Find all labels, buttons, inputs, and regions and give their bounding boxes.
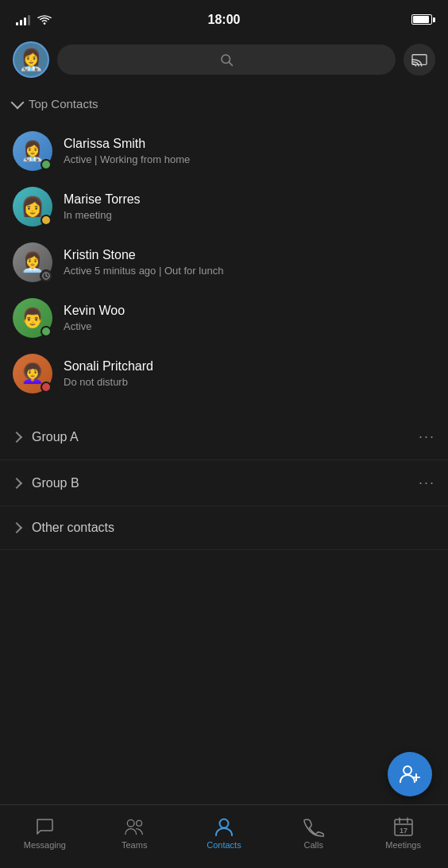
- contact-info: Clarissa Smith Active | Working from hom…: [64, 137, 435, 165]
- search-icon: [219, 52, 234, 67]
- contact-name: Sonali Pritchard: [64, 359, 435, 374]
- contact-name: Clarissa Smith: [64, 137, 435, 151]
- contact-item[interactable]: 👩‍🦱 Sonali Pritchard Do not disturb: [0, 346, 448, 401]
- contact-status: Active 5 minitus ago | Out for lunch: [64, 265, 435, 277]
- group-b-item[interactable]: Group B ···: [0, 460, 448, 506]
- contact-item[interactable]: 👩‍💼 Kristin Stone Active 5 minitus ago |…: [0, 234, 448, 290]
- contact-name: Kristin Stone: [64, 248, 435, 262]
- contact-list: 👩‍⚕️ Clarissa Smith Active | Working fro…: [0, 117, 448, 408]
- status-indicator-active: [41, 326, 52, 337]
- avatar-container: 👩‍🦱: [13, 354, 52, 393]
- contact-info: Marise Torres In meeting: [64, 192, 435, 221]
- messaging-label: Messaging: [24, 840, 66, 850]
- nav-teams[interactable]: Teams: [110, 816, 158, 850]
- chevron-right-icon: [11, 477, 22, 488]
- group-a-item[interactable]: Group A ···: [0, 414, 448, 460]
- contact-name: Kevin Woo: [64, 304, 435, 318]
- contact-info: Kristin Stone Active 5 minitus ago | Out…: [64, 248, 435, 277]
- status-time: 18:00: [208, 13, 241, 27]
- nav-meetings[interactable]: 17 Meetings: [380, 816, 427, 850]
- teams-label: Teams: [122, 840, 147, 850]
- contact-status: Do not disturb: [64, 376, 435, 388]
- calls-icon: [303, 816, 324, 837]
- nav-calls[interactable]: Calls: [290, 816, 338, 850]
- cast-button[interactable]: [404, 44, 435, 76]
- meetings-label: Meetings: [385, 840, 421, 850]
- other-contacts-item[interactable]: Other contacts: [0, 506, 448, 550]
- avatar-container: 👩: [13, 187, 52, 227]
- add-person-icon: [399, 763, 421, 785]
- contact-name: Marise Torres: [64, 192, 435, 207]
- wifi-icon: [37, 14, 52, 25]
- svg-point-12: [219, 819, 228, 827]
- svg-text:17: 17: [400, 827, 407, 835]
- meetings-icon: 17: [393, 816, 414, 837]
- contact-info: Kevin Woo Active: [64, 304, 435, 332]
- contact-item[interactable]: 👩 Marise Torres In meeting: [0, 179, 448, 234]
- battery-icon: [411, 14, 432, 25]
- add-contact-fab[interactable]: [388, 752, 432, 796]
- signal-icon: [16, 14, 30, 25]
- group-a-more[interactable]: ···: [419, 428, 435, 445]
- avatar-container: 👩‍💼: [13, 242, 52, 282]
- contact-status: In meeting: [64, 209, 435, 221]
- contact-status: Active | Working from home: [64, 153, 435, 165]
- other-contacts-label: Other contacts: [32, 521, 435, 535]
- status-indicator-active: [41, 159, 52, 170]
- status-indicator-meeting: [41, 215, 52, 226]
- contacts-label: Contacts: [207, 840, 241, 850]
- top-contacts-label: Top Contacts: [29, 97, 98, 110]
- status-indicator-dnd: [41, 382, 52, 393]
- contact-item[interactable]: 👩‍⚕️ Clarissa Smith Active | Working fro…: [0, 123, 448, 179]
- avatar-container: 👩‍⚕️: [13, 131, 52, 171]
- group-b-more[interactable]: ···: [419, 475, 435, 491]
- header: 👩‍⚕️: [0, 35, 448, 84]
- status-indicator-clock: [40, 269, 52, 282]
- group-b-label: Group B: [32, 476, 419, 490]
- teams-icon: [124, 816, 145, 837]
- contact-status: Active: [64, 320, 435, 332]
- svg-line-2: [229, 62, 232, 65]
- group-a-label: Group A: [32, 430, 419, 444]
- chevron-right-icon: [11, 522, 22, 533]
- svg-point-7: [404, 766, 411, 774]
- avatar-container: 👨: [13, 298, 52, 338]
- collapse-icon: [11, 95, 25, 109]
- top-contacts-header[interactable]: Top Contacts: [0, 84, 448, 117]
- svg-point-0: [44, 22, 46, 25]
- status-left: [16, 14, 52, 25]
- nav-messaging[interactable]: Messaging: [21, 816, 68, 850]
- calls-label: Calls: [304, 840, 323, 850]
- svg-point-10: [128, 820, 135, 827]
- search-bar[interactable]: [57, 45, 396, 75]
- bottom-nav: Messaging Teams Contacts: [0, 804, 448, 868]
- messaging-icon: [34, 816, 55, 837]
- user-avatar[interactable]: 👩‍⚕️: [13, 41, 49, 78]
- contacts-icon: [214, 816, 234, 837]
- cast-icon: [411, 52, 428, 67]
- svg-point-11: [137, 820, 142, 826]
- nav-contacts[interactable]: Contacts: [200, 816, 248, 850]
- status-bar: 18:00: [0, 0, 448, 35]
- chevron-right-icon: [11, 431, 22, 442]
- svg-line-6: [46, 276, 48, 277]
- contact-item[interactable]: 👨 Kevin Woo Active: [0, 290, 448, 346]
- contact-info: Sonali Pritchard Do not disturb: [64, 359, 435, 388]
